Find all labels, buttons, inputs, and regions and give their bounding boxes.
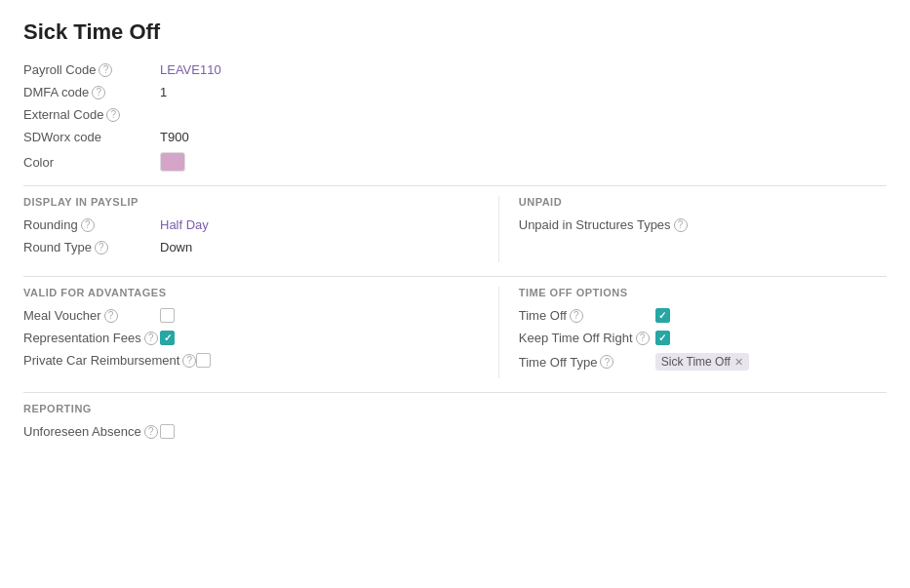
color-row: Color bbox=[23, 152, 887, 172]
page-title: Sick Time Off bbox=[23, 20, 887, 45]
time-off-type-tag-close[interactable]: ✕ bbox=[734, 356, 743, 369]
unpaid-section-title: UNPAID bbox=[519, 196, 887, 208]
time-off-row: Time Off ? bbox=[519, 308, 887, 323]
rounding-label: Rounding ? bbox=[23, 217, 160, 232]
keep-time-off-right-help-icon[interactable]: ? bbox=[636, 332, 650, 345]
keep-time-off-right-label: Keep Time Off Right ? bbox=[519, 331, 655, 345]
unpaid-structures-row: Unpaid in Structures Types ? bbox=[519, 217, 887, 232]
dmfa-code-row: DMFA code ? 1 bbox=[23, 85, 887, 99]
unpaid-col: UNPAID Unpaid in Structures Types ? bbox=[498, 196, 887, 262]
unforeseen-absence-help-icon[interactable]: ? bbox=[144, 425, 158, 439]
divider-reporting bbox=[23, 392, 887, 393]
representation-fees-help-icon[interactable]: ? bbox=[144, 332, 158, 345]
private-car-help-icon[interactable]: ? bbox=[182, 354, 196, 368]
dmfa-code-label: DMFA code ? bbox=[23, 85, 160, 99]
rounding-row: Rounding ? Half Day bbox=[23, 217, 479, 232]
divider-advantages bbox=[23, 276, 887, 277]
reporting-section: REPORTING Unforeseen Absence ? bbox=[23, 403, 887, 439]
round-type-value: Down bbox=[160, 240, 192, 255]
unpaid-structures-label: Unpaid in Structures Types ? bbox=[519, 217, 688, 232]
time-off-type-tag-label: Sick Time Off bbox=[661, 355, 731, 369]
time-off-options-section-title: TIME OFF OPTIONS bbox=[519, 287, 887, 298]
time-off-type-label: Time Off Type ? bbox=[519, 355, 655, 370]
round-type-row: Round Type ? Down bbox=[23, 240, 479, 255]
display-payslip-section-title: DISPLAY IN PAYSLIP bbox=[23, 196, 479, 208]
external-code-help-icon[interactable]: ? bbox=[106, 108, 120, 122]
payroll-code-label: Payroll Code ? bbox=[23, 62, 160, 77]
time-off-type-row: Time Off Type ? Sick Time Off ✕ bbox=[519, 353, 887, 371]
meal-voucher-help-icon[interactable]: ? bbox=[104, 309, 118, 323]
private-car-label: Private Car Reimbursement ? bbox=[23, 353, 196, 368]
sdworx-code-row: SDWorx code T900 bbox=[23, 130, 887, 144]
payroll-code-row: Payroll Code ? LEAVE110 bbox=[23, 62, 887, 77]
representation-fees-label: Representation Fees ? bbox=[23, 331, 160, 345]
display-unpaid-section: DISPLAY IN PAYSLIP Rounding ? Half Day R… bbox=[23, 196, 887, 262]
external-code-row: External Code ? bbox=[23, 107, 887, 122]
unforeseen-absence-label: Unforeseen Absence ? bbox=[23, 424, 160, 439]
color-swatch[interactable] bbox=[160, 152, 185, 172]
external-code-label: External Code ? bbox=[23, 107, 160, 122]
private-car-checkbox[interactable] bbox=[196, 353, 211, 368]
keep-time-off-right-row: Keep Time Off Right ? bbox=[519, 331, 887, 345]
private-car-row: Private Car Reimbursement ? bbox=[23, 353, 479, 368]
divider-display bbox=[23, 185, 887, 186]
advantages-section-title: VALID FOR ADVANTAGES bbox=[23, 287, 479, 298]
time-off-type-help-icon[interactable]: ? bbox=[600, 355, 613, 369]
meal-voucher-label: Meal Voucher ? bbox=[23, 308, 160, 323]
rounding-help-icon[interactable]: ? bbox=[81, 218, 95, 232]
unpaid-structures-help-icon[interactable]: ? bbox=[674, 218, 688, 232]
sdworx-code-label: SDWorx code bbox=[23, 130, 160, 144]
payroll-code-help-icon[interactable]: ? bbox=[99, 63, 112, 77]
unforeseen-absence-checkbox[interactable] bbox=[160, 424, 175, 439]
advantages-col: VALID FOR ADVANTAGES Meal Voucher ? Repr… bbox=[23, 287, 498, 378]
representation-fees-checkbox[interactable] bbox=[160, 331, 175, 345]
rounding-value: Half Day bbox=[160, 217, 209, 232]
color-label: Color bbox=[23, 155, 160, 170]
time-off-type-tag: Sick Time Off ✕ bbox=[655, 353, 749, 371]
sdworx-code-value: T900 bbox=[160, 130, 189, 144]
meal-voucher-row: Meal Voucher ? bbox=[23, 308, 479, 323]
time-off-options-col: TIME OFF OPTIONS Time Off ? Keep Time Of… bbox=[498, 287, 887, 378]
time-off-label: Time Off ? bbox=[519, 308, 655, 323]
round-type-help-icon[interactable]: ? bbox=[95, 241, 108, 255]
reporting-section-title: REPORTING bbox=[23, 403, 887, 414]
dmfa-code-help-icon[interactable]: ? bbox=[92, 86, 105, 99]
round-type-label: Round Type ? bbox=[23, 240, 160, 255]
time-off-checkbox[interactable] bbox=[655, 308, 670, 323]
keep-time-off-right-checkbox[interactable] bbox=[655, 331, 670, 345]
dmfa-code-value: 1 bbox=[160, 85, 167, 99]
advantages-timeoptions-section: VALID FOR ADVANTAGES Meal Voucher ? Repr… bbox=[23, 287, 887, 378]
time-off-help-icon[interactable]: ? bbox=[570, 309, 583, 323]
meal-voucher-checkbox[interactable] bbox=[160, 308, 175, 323]
representation-fees-row: Representation Fees ? bbox=[23, 331, 479, 345]
display-payslip-col: DISPLAY IN PAYSLIP Rounding ? Half Day R… bbox=[23, 196, 498, 262]
unforeseen-absence-row: Unforeseen Absence ? bbox=[23, 424, 887, 439]
payroll-code-value: LEAVE110 bbox=[160, 62, 221, 77]
